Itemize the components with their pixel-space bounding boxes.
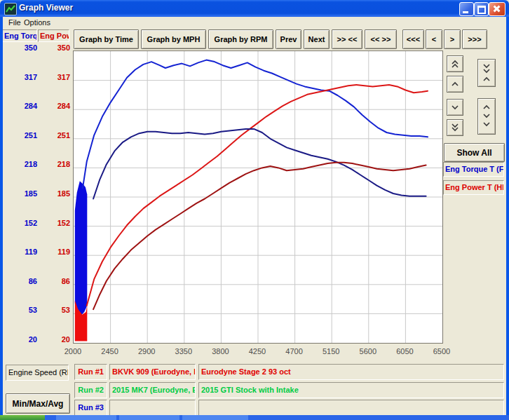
chevron-double-down-icon <box>449 121 461 134</box>
chevron-up-icon <box>449 78 461 90</box>
toolbar-button-graph-by-rpm[interactable]: Graph by RPM <box>208 29 273 49</box>
run-start-torque-band <box>75 181 88 316</box>
chevron-down-icon <box>449 101 461 114</box>
run-file-field-1[interactable]: BKVK 909 (Eurodyne, I <box>109 364 196 380</box>
compress-axis-button[interactable] <box>477 59 496 87</box>
rpm-axis-value: 6050 <box>389 347 420 355</box>
rpm-axis-value: 2450 <box>95 347 125 355</box>
power-axis-value: 152 <box>39 219 70 229</box>
maximize-button[interactable] <box>474 2 489 16</box>
rpm-axis-value: 5600 <box>353 347 384 355</box>
torque-axis-value: 218 <box>2 160 37 170</box>
run-description-field-2[interactable]: 2015 GTI Stock with Intake <box>198 382 504 398</box>
expand-axis-button[interactable] <box>477 98 496 135</box>
toolbar-button-next[interactable]: Next <box>304 29 330 49</box>
taskbar-button[interactable] <box>182 415 248 420</box>
legend-eng-power[interactable]: Eng Power T (HP) <box>443 180 504 195</box>
series-line <box>87 85 428 306</box>
chart-plot-area[interactable] <box>73 50 443 344</box>
power-axis-value: 86 <box>39 277 70 287</box>
menu-bar: File Options <box>3 17 506 28</box>
rpm-axis-value: 3800 <box>205 347 236 355</box>
scale-up-button[interactable] <box>447 76 463 93</box>
toolbar-button-[interactable]: < <box>426 29 442 49</box>
compress-vertical-icon <box>480 62 493 84</box>
rpm-axis-value: 4700 <box>279 347 310 355</box>
scale-down-fast-button[interactable] <box>447 119 463 136</box>
chevron-double-up-icon <box>449 57 461 70</box>
taskbar-button[interactable] <box>56 415 116 420</box>
dyno-chart <box>74 51 442 343</box>
rpm-axis-value: 2000 <box>57 347 88 355</box>
torque-axis-value: 185 <box>2 189 37 199</box>
expand-vertical-icon <box>480 102 493 131</box>
toolbar-button-[interactable]: <<< <box>402 29 424 49</box>
title-bar[interactable]: Graph Viewer <box>0 0 509 17</box>
power-axis-value: 53 <box>39 306 70 316</box>
toolbar-button-prev[interactable]: Prev <box>276 29 301 49</box>
graph-viewer-window: Graph Viewer File Options Eng Torque Eng… <box>0 0 509 420</box>
power-axis-value: 20 <box>39 335 70 345</box>
show-all-button[interactable]: Show All <box>444 143 505 162</box>
legend-eng-torque[interactable]: Eng Torque T (Ft-lb) <box>443 162 504 177</box>
rpm-axis-value: 2900 <box>131 347 162 355</box>
minimize-button[interactable] <box>459 2 474 16</box>
power-axis-value: 218 <box>39 160 70 170</box>
power-axis-value: 284 <box>39 102 70 111</box>
toolbar-button-[interactable]: >>> <box>462 29 487 49</box>
toolbar-button-graph-by-mph[interactable]: Graph by MPH <box>141 29 206 49</box>
windows-taskbar[interactable] <box>0 415 509 420</box>
toolbar-button-[interactable]: > <box>444 29 461 49</box>
torque-axis-value: 53 <box>2 306 37 316</box>
start-button-fragment[interactable] <box>0 415 45 420</box>
power-axis-value: 350 <box>39 43 70 53</box>
run-label-1: Run #1 <box>74 364 107 380</box>
taskbar-button[interactable] <box>119 415 179 420</box>
torque-axis-value: 152 <box>2 219 37 229</box>
power-axis-scale: 350317284251218185152119865320 <box>39 0 70 420</box>
window-border-right <box>506 17 509 415</box>
run-file-field-2[interactable]: 2015 MK7 (Eurodyne, E <box>109 382 196 398</box>
torque-axis-value: 317 <box>2 73 37 83</box>
scale-up-fast-button[interactable] <box>447 55 463 72</box>
toolbar-button-[interactable]: << >> <box>365 29 397 49</box>
rpm-axis-value: 3350 <box>168 347 199 355</box>
rpm-axis-value: 4250 <box>242 347 273 355</box>
power-axis-value: 317 <box>39 73 70 83</box>
run-description-field-1[interactable]: Eurodyne Stage 2 93 oct <box>198 364 504 380</box>
torque-axis-value: 350 <box>2 43 37 53</box>
run-label-3: Run #3 <box>74 400 107 416</box>
torque-axis-value: 284 <box>2 102 37 111</box>
run-description-field-3[interactable] <box>198 400 504 416</box>
close-button[interactable] <box>489 2 505 16</box>
torque-axis-value: 251 <box>2 131 37 141</box>
maximize-icon <box>477 6 486 14</box>
x-axis-unit-box: Engine Speed (RPM <box>6 365 69 381</box>
toolbar-button-graph-by-time[interactable]: Graph by Time <box>74 29 139 49</box>
toolbar-button-[interactable]: >> << <box>332 29 362 49</box>
grid-lines <box>74 51 442 343</box>
series-line <box>93 129 426 199</box>
rpm-axis-value: 6500 <box>426 347 457 355</box>
window-border-left <box>0 17 3 415</box>
torque-axis-value: 86 <box>2 277 37 287</box>
min-max-avg-button[interactable]: Min/Max/Avg <box>6 393 70 414</box>
torque-axis-scale: 350317284251218185152119865320 <box>2 0 37 420</box>
run-file-field-3[interactable] <box>109 400 196 416</box>
power-axis-value: 185 <box>39 189 70 199</box>
power-axis-value: 119 <box>39 248 70 257</box>
run-label-2: Run #2 <box>74 382 107 398</box>
rpm-axis-value: 5150 <box>315 347 346 355</box>
minimize-icon <box>463 11 468 13</box>
torque-axis-value: 20 <box>2 335 37 345</box>
power-axis-value: 251 <box>39 131 70 141</box>
scale-down-button[interactable] <box>447 99 463 116</box>
torque-axis-value: 119 <box>2 248 37 257</box>
